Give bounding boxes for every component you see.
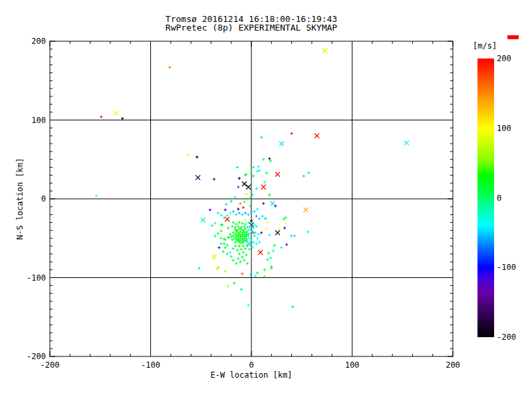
data-point bbox=[268, 158, 271, 160]
data-point bbox=[217, 232, 219, 235]
data-point bbox=[263, 269, 266, 271]
data-point bbox=[234, 226, 237, 229]
data-point bbox=[232, 231, 235, 234]
data-point bbox=[255, 188, 258, 190]
data-point bbox=[231, 225, 233, 227]
data-point bbox=[217, 211, 219, 214]
data-point bbox=[247, 221, 249, 224]
data-point bbox=[226, 214, 229, 217]
data-point bbox=[168, 66, 171, 68]
data-point bbox=[240, 288, 243, 291]
data-point bbox=[238, 177, 241, 180]
data-point bbox=[121, 117, 124, 120]
data-point bbox=[260, 136, 263, 139]
data-point bbox=[254, 231, 257, 234]
skymap-plot: -200-1000100200-200-10001002002001000-10… bbox=[0, 0, 532, 399]
y-tick-label: -100 bbox=[27, 273, 46, 283]
data-point bbox=[272, 249, 275, 252]
data-point bbox=[229, 251, 231, 254]
data-point bbox=[100, 116, 102, 118]
x-tick-label: -200 bbox=[41, 360, 60, 370]
data-point bbox=[244, 247, 247, 250]
data-point bbox=[253, 235, 256, 237]
data-point bbox=[255, 225, 258, 227]
data-point bbox=[250, 219, 253, 222]
y-axis-title: N-S location [km] bbox=[15, 158, 25, 240]
data-point bbox=[237, 207, 239, 210]
data-point bbox=[234, 245, 237, 247]
y-tick-label: 100 bbox=[31, 116, 46, 125]
data-point bbox=[274, 205, 277, 207]
data-point bbox=[243, 225, 245, 227]
data-point bbox=[95, 194, 98, 197]
data-point-cross bbox=[315, 134, 319, 138]
data-point bbox=[255, 243, 258, 245]
data-point bbox=[291, 305, 294, 308]
data-point bbox=[242, 245, 245, 247]
data-point bbox=[237, 225, 239, 227]
data-point bbox=[224, 246, 227, 249]
data-point bbox=[225, 203, 227, 205]
data-point-cross bbox=[404, 140, 409, 145]
data-point bbox=[237, 257, 239, 260]
data-point bbox=[257, 165, 260, 168]
data-point bbox=[244, 223, 247, 225]
data-point-cross bbox=[258, 250, 263, 255]
data-point bbox=[269, 257, 272, 259]
colorbar-tick-label: -100 bbox=[497, 263, 516, 272]
data-point bbox=[257, 233, 260, 235]
data-point bbox=[227, 285, 229, 288]
data-point-cross bbox=[275, 230, 280, 235]
data-point bbox=[224, 209, 227, 211]
data-point bbox=[230, 255, 233, 258]
data-point bbox=[242, 206, 245, 209]
data-point bbox=[282, 218, 285, 221]
data-point bbox=[261, 215, 264, 217]
data-point bbox=[262, 158, 265, 161]
data-point-cross bbox=[114, 110, 118, 115]
data-point bbox=[291, 235, 293, 237]
data-point bbox=[252, 166, 255, 169]
data-point bbox=[223, 243, 225, 245]
data-point bbox=[256, 271, 259, 274]
data-point bbox=[239, 202, 241, 205]
data-point bbox=[270, 267, 273, 269]
data-point bbox=[268, 194, 271, 196]
colorbar-tick-label: 100 bbox=[497, 124, 511, 133]
data-point bbox=[239, 261, 241, 263]
data-point bbox=[220, 243, 223, 245]
data-point bbox=[235, 262, 237, 265]
data-point bbox=[240, 248, 243, 251]
data-point bbox=[246, 226, 249, 229]
data-point bbox=[234, 196, 237, 199]
data-point bbox=[253, 223, 256, 226]
data-point bbox=[291, 132, 293, 135]
data-point bbox=[238, 211, 241, 214]
data-point bbox=[250, 170, 253, 173]
data-point bbox=[213, 178, 215, 180]
data-point bbox=[232, 259, 235, 261]
data-point-cross bbox=[201, 217, 205, 222]
data-point bbox=[234, 241, 237, 243]
data-point bbox=[307, 172, 310, 174]
data-point bbox=[198, 267, 200, 269]
data-point bbox=[256, 237, 259, 239]
data-point bbox=[241, 213, 243, 216]
data-point bbox=[267, 252, 270, 255]
data-point bbox=[268, 234, 271, 237]
data-point-cross bbox=[270, 201, 275, 206]
data-point-cross bbox=[261, 185, 266, 190]
data-point bbox=[258, 217, 261, 220]
data-point bbox=[213, 222, 216, 225]
y-tick-label: 0 bbox=[41, 194, 46, 203]
data-point bbox=[231, 239, 233, 241]
data-point bbox=[220, 237, 223, 239]
data-point bbox=[211, 224, 213, 227]
data-point-cross bbox=[242, 182, 247, 186]
data-point bbox=[224, 270, 227, 273]
x-axis-title: E-W location [km] bbox=[50, 370, 453, 380]
data-point bbox=[240, 226, 243, 229]
data-point bbox=[238, 245, 241, 247]
data-point bbox=[209, 209, 211, 211]
data-point bbox=[232, 210, 235, 213]
